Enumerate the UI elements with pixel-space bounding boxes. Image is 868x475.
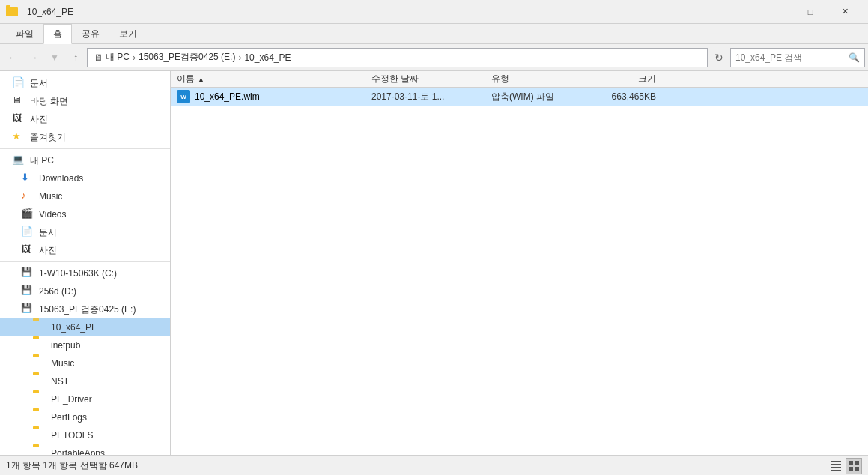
- large-icons-view-button[interactable]: [846, 458, 862, 474]
- sidebar-item-downloads[interactable]: ⬇ Downloads: [0, 169, 170, 187]
- sidebar-label-favorites: 즐겨찾기: [30, 131, 66, 144]
- column-name-label: 이름: [177, 73, 195, 85]
- ribbon-tab-bar: 파일 홈 공유 보기: [0, 24, 868, 43]
- video-icon: 🎬: [21, 208, 34, 221]
- sidebar-label-nst: NST: [51, 376, 69, 387]
- address-path[interactable]: 🖥 내 PC › 15063_PE검증0425 (E:) › 10_x64_PE: [87, 48, 708, 67]
- sidebar-label-videos: Videos: [39, 209, 66, 220]
- view-buttons: [828, 458, 862, 474]
- sidebar-item-videos[interactable]: 🎬 Videos: [0, 205, 170, 223]
- sidebar-item-desktop[interactable]: 🖥 바탕 화면: [0, 92, 170, 110]
- tab-file[interactable]: 파일: [6, 24, 43, 43]
- drive-e-icon: 💾: [21, 303, 34, 316]
- sidebar-label-desktop: 바탕 화면: [30, 95, 68, 108]
- search-box[interactable]: 🔍: [730, 48, 865, 67]
- drive-c-icon: 💾: [21, 267, 34, 280]
- sidebar-item-photos[interactable]: 🖼 사진: [0, 110, 170, 128]
- sidebar-item-portableapps[interactable]: PortableApps: [0, 444, 170, 455]
- forward-button[interactable]: →: [24, 48, 43, 67]
- column-name[interactable]: 이름 ▲: [177, 73, 371, 85]
- sidebar-item-nst[interactable]: NST: [0, 372, 170, 390]
- folder-inetpub-icon: [33, 339, 46, 352]
- sidebar-label-documents2: 문서: [39, 226, 57, 239]
- folder-portableapps-icon: [33, 447, 46, 455]
- sort-indicator: ▲: [198, 76, 204, 83]
- photo2-icon: 🖼: [21, 243, 34, 257]
- column-size[interactable]: 크기: [581, 73, 656, 85]
- address-pc-icon: 🖥: [94, 52, 103, 63]
- document2-icon: 📄: [21, 226, 34, 239]
- sidebar-item-music2[interactable]: Music: [0, 354, 170, 372]
- music-icon: ♪: [21, 190, 34, 203]
- file-list: W 10_x64_PE.wim 2017-03-11-토 1... 압축(WIM…: [171, 88, 868, 455]
- sidebar-item-perflogs[interactable]: PerfLogs: [0, 408, 170, 426]
- recent-button[interactable]: ▼: [45, 48, 64, 67]
- sidebar-item-documents2[interactable]: 📄 문서: [0, 223, 170, 241]
- file-list-header: 이름 ▲ 수정한 날짜 유형 크기: [171, 71, 868, 88]
- path-folder[interactable]: 10_x64_PE: [244, 52, 291, 63]
- folder-music2-icon: [33, 357, 46, 370]
- tab-view[interactable]: 보기: [109, 24, 147, 43]
- sidebar-item-favorites[interactable]: ★ 즐겨찾기: [0, 128, 170, 146]
- window-title: 10_x64_PE: [27, 7, 759, 17]
- file-type-cell: 압축(WIM) 파일: [491, 91, 581, 103]
- system-icon: [6, 6, 18, 18]
- wim-icon: W: [177, 90, 190, 103]
- search-input[interactable]: [735, 52, 849, 63]
- sidebar-item-pe-driver[interactable]: PE_Driver: [0, 390, 170, 408]
- sidebar-item-drive-c[interactable]: 💾 1-W10-15063K (C:): [0, 264, 170, 282]
- svg-rect-2: [831, 467, 841, 468]
- sidebar-label-mypc: 내 PC: [30, 154, 54, 167]
- large-icons-view-icon: [849, 461, 859, 471]
- refresh-button[interactable]: ↻: [709, 48, 729, 67]
- path-mypc[interactable]: 내 PC: [106, 51, 130, 64]
- sidebar-item-photos2[interactable]: 🖼 사진: [0, 241, 170, 259]
- details-view-button[interactable]: [828, 458, 844, 474]
- svg-rect-4: [849, 461, 853, 465]
- star-icon: ★: [12, 130, 25, 144]
- tab-home[interactable]: 홈: [43, 24, 72, 44]
- sidebar-item-10x64pe[interactable]: 10_x64_PE: [0, 318, 170, 336]
- status-info: 1개 항목 1개 항목 선택함 647MB: [6, 459, 828, 472]
- document-icon: 📄: [12, 76, 25, 90]
- sidebar-label-drive-d: 256d (D:): [39, 286, 76, 297]
- sidebar-label-downloads: Downloads: [39, 173, 83, 184]
- sidebar-label-pe-driver: PE_Driver: [51, 394, 92, 405]
- svg-rect-3: [831, 470, 841, 471]
- svg-rect-6: [849, 467, 853, 471]
- sidebar-label-portableapps: PortableApps: [51, 448, 105, 455]
- sidebar-item-petools[interactable]: PETOOLS: [0, 426, 170, 444]
- minimize-button[interactable]: —: [759, 0, 793, 24]
- details-view-icon: [831, 461, 841, 471]
- sidebar-item-documents[interactable]: 📄 문서: [0, 74, 170, 92]
- photo-icon: 🖼: [12, 112, 25, 126]
- titlebar: 10_x64_PE — □ ✕: [0, 0, 868, 24]
- sidebar-item-mypc[interactable]: 💻 내 PC: [0, 151, 170, 169]
- up-button[interactable]: ↑: [66, 48, 85, 67]
- file-name: 10_x64_PE.wim: [195, 91, 260, 102]
- sidebar-label-drive-e: 15063_PE검증0425 (E:): [39, 303, 136, 316]
- titlebar-buttons: — □ ✕: [759, 0, 862, 24]
- svg-rect-1: [831, 464, 841, 465]
- sidebar-item-drive-d[interactable]: 💾 256d (D:): [0, 282, 170, 300]
- table-row[interactable]: W 10_x64_PE.wim 2017-03-11-토 1... 압축(WIM…: [171, 88, 868, 106]
- sidebar-item-drive-e[interactable]: 💾 15063_PE검증0425 (E:): [0, 300, 170, 318]
- sidebar-label-perflogs: PerfLogs: [51, 412, 87, 423]
- sidebar-item-inetpub[interactable]: inetpub: [0, 336, 170, 354]
- sidebar-label-drive-c: 1-W10-15063K (C:): [39, 268, 117, 279]
- folder-open-icon: [33, 321, 46, 334]
- back-button[interactable]: ←: [3, 48, 22, 67]
- sidebar-label-petools: PETOOLS: [51, 430, 93, 441]
- svg-rect-0: [831, 461, 841, 462]
- column-type[interactable]: 유형: [491, 73, 581, 85]
- close-button[interactable]: ✕: [828, 0, 862, 24]
- column-date[interactable]: 수정한 날짜: [371, 73, 491, 85]
- path-drive-e[interactable]: 15063_PE검증0425 (E:): [139, 51, 235, 64]
- mypc-icon: 💻: [12, 154, 25, 167]
- tab-share[interactable]: 공유: [72, 24, 109, 43]
- sidebar-label-photos: 사진: [30, 113, 48, 126]
- sidebar-item-music[interactable]: ♪ Music: [0, 187, 170, 205]
- maximize-button[interactable]: □: [793, 0, 828, 24]
- address-bar: ← → ▼ ↑ 🖥 내 PC › 15063_PE검증0425 (E:) › 1…: [0, 44, 868, 71]
- folder-petools-icon: [33, 429, 46, 442]
